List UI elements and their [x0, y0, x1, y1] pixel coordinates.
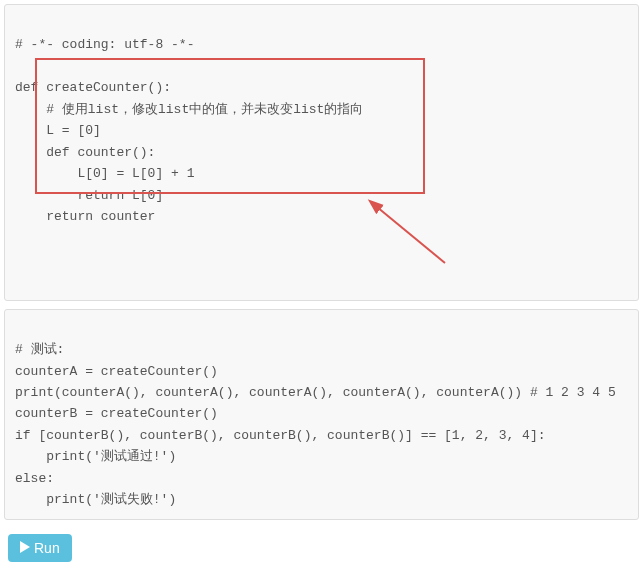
code-line: print('测试失败!') — [15, 492, 176, 507]
code-line: # 测试: — [15, 342, 64, 357]
code-line: return counter — [15, 209, 155, 224]
run-button[interactable]: Run — [8, 534, 72, 562]
code-line: def counter(): — [15, 145, 155, 160]
code-line: print(counterA(), counterA(), counterA()… — [15, 385, 616, 400]
code-line: counterB = createCounter() — [15, 406, 218, 421]
code-line: print('测试通过!') — [15, 449, 176, 464]
play-icon — [20, 540, 30, 556]
code-line: else: — [15, 471, 54, 486]
code-line: counterA = createCounter() — [15, 364, 218, 379]
code-block-1: # -*- coding: utf-8 -*- def createCounte… — [4, 4, 639, 301]
page-container: # -*- coding: utf-8 -*- def createCounte… — [4, 4, 639, 570]
code-block-2: # 测试: counterA = createCounter() print(c… — [4, 309, 639, 520]
code-line: if [counterB(), counterB(), counterB(), … — [15, 428, 546, 443]
svg-line-0 — [377, 207, 445, 263]
code-line: # 使用list，修改list中的值，并未改变list的指向 — [15, 102, 363, 117]
code-line: # -*- coding: utf-8 -*- — [15, 37, 194, 52]
run-button-label: Run — [34, 540, 60, 556]
code-line: def createCounter(): — [15, 80, 171, 95]
code-line: L[0] = L[0] + 1 — [15, 166, 194, 181]
code-line: return L[0] — [15, 188, 163, 203]
code-line: L = [0] — [15, 123, 101, 138]
